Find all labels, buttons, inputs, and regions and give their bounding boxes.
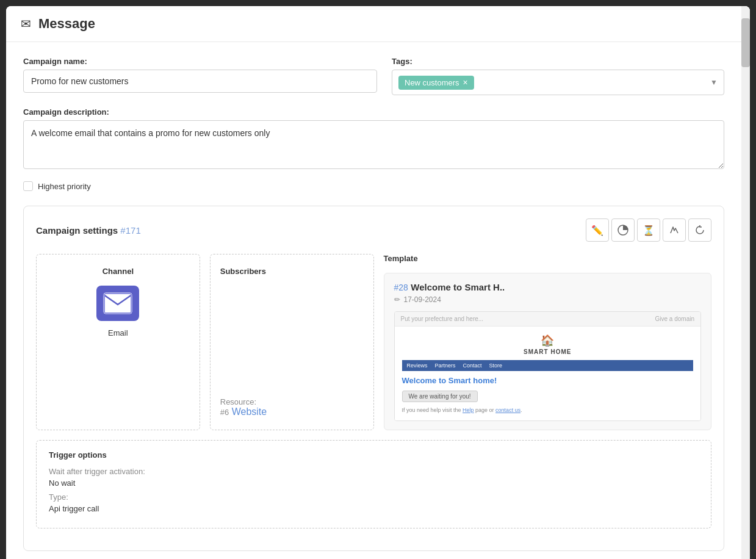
template-card[interactable]: #28 Welcome to Smart H.. ✏ 17-09-2024 Pu…	[384, 273, 712, 430]
channel-title: Channel	[103, 267, 134, 276]
campaign-name-group: Campaign name:	[23, 57, 377, 93]
highest-priority-label: Highest priority	[38, 182, 91, 191]
scrollbar[interactable]	[741, 6, 750, 559]
preview-contact-link[interactable]: contact us	[495, 407, 520, 413]
tags-label: Tags:	[392, 57, 724, 66]
edit-button[interactable]: ✏️	[586, 218, 609, 242]
template-date: 17-09-2024	[404, 295, 441, 304]
tags-dropdown-arrow[interactable]: ▼	[710, 78, 718, 87]
preview-brand: SMART HOME	[524, 348, 571, 355]
campaign-name-label: Campaign name:	[23, 57, 377, 66]
hourglass-button[interactable]: ⏳	[637, 218, 660, 242]
trigger-type-value: Api trigger call	[49, 504, 699, 513]
preview-help-link[interactable]: Help	[463, 407, 474, 413]
resource-website-link[interactable]: Website	[232, 406, 267, 417]
preview-nav-reviews: Reviews	[407, 362, 428, 369]
campaign-description-label: Campaign description:	[23, 107, 724, 117]
preview-nav-contact: Contact	[463, 362, 482, 369]
channel-panel: Channel Email	[36, 254, 200, 430]
template-panel: Template #28 Welcome to Smart H.. ✏ 17-0…	[384, 254, 712, 430]
preview-nav-store: Store	[489, 362, 503, 369]
trigger-wait-label: Wait after trigger activation:	[49, 467, 699, 476]
template-date-row: ✏ 17-09-2024	[394, 295, 702, 304]
tag-chip-close[interactable]: ×	[463, 78, 468, 87]
email-channel-icon	[103, 292, 132, 314]
settings-title: Campaign settings #171	[36, 225, 141, 236]
subscribers-title: Subscribers	[220, 267, 266, 276]
resource-label: Resource:	[220, 397, 267, 406]
trigger-wait-value: No wait	[49, 478, 699, 488]
highest-priority-checkbox[interactable]	[23, 181, 33, 191]
preview-nav: Reviews Partners Contact Store	[402, 360, 694, 371]
campaign-description-textarea[interactable]: A welcome email that contains a promo fo…	[23, 120, 724, 169]
settings-toolbar: ✏️ ⏳	[586, 218, 711, 242]
tags-group: Tags: New customers × ▼	[392, 57, 724, 95]
page-content: Campaign name: Tags: New customers × ▼ C…	[6, 42, 750, 559]
template-preview: Put your prefecture and here... Give a d…	[394, 311, 702, 421]
trigger-section: Trigger options Wait after trigger activ…	[36, 440, 711, 528]
svg-rect-1	[104, 293, 132, 314]
page-title: Message	[38, 16, 95, 32]
form-row-top: Campaign name: Tags: New customers × ▼	[23, 57, 724, 95]
template-name-row: #28 Welcome to Smart H..	[394, 282, 702, 293]
trigger-type-label: Type:	[49, 492, 699, 502]
pie-button[interactable]	[611, 218, 635, 242]
page-header: ✉ Message	[6, 6, 750, 42]
preview-header-bar: Put your prefecture and here... Give a d…	[395, 312, 701, 326]
trigger-title: Trigger options	[49, 450, 699, 460]
email-icon-wrapper	[96, 286, 139, 321]
preview-footer-text: If you need help visit the Help page or …	[402, 407, 694, 413]
campaign-name-input[interactable]	[23, 70, 377, 93]
settings-top-grid: Channel Email Subscribers	[36, 254, 711, 430]
tag-chip-new-customers: New customers ×	[398, 76, 474, 90]
scrollbar-thumb[interactable]	[741, 18, 750, 67]
preview-nav-partners: Partners	[435, 362, 456, 369]
template-number: #28	[394, 283, 408, 292]
tag-chip-label: New customers	[405, 78, 459, 87]
settings-title-id: #171	[120, 225, 140, 236]
preview-headline: Welcome to Smart home!	[402, 376, 694, 385]
preview-house-icon: 🏠	[541, 334, 554, 347]
edit-icon-small: ✏	[394, 295, 400, 304]
settings-bottom-grid: Trigger options Wait after trigger activ…	[36, 440, 711, 538]
highest-priority-row: Highest priority	[23, 181, 724, 191]
preview-logo-area: 🏠 SMART HOME	[402, 334, 694, 355]
tags-input-container[interactable]: New customers × ▼	[392, 70, 724, 95]
campaign-settings-card: Campaign settings #171 ✏️ ⏳	[23, 206, 724, 551]
history-button[interactable]	[688, 218, 711, 242]
resource-id: #6	[220, 408, 229, 417]
template-name: Welcome to Smart H..	[411, 282, 505, 292]
preview-placeholder-left: Put your prefecture and here...	[401, 316, 484, 322]
preview-body: 🏠 SMART HOME Reviews Partners Contact St…	[395, 326, 701, 420]
ab-test-button[interactable]	[663, 218, 686, 242]
subscribers-panel: Subscribers Resource: #6 Website	[210, 254, 374, 430]
channel-label: Email	[108, 328, 128, 337]
preview-cta-button: We are waiting for you!	[402, 391, 478, 402]
campaign-description-group: Campaign description: A welcome email th…	[23, 107, 724, 171]
resource-link-row: #6 Website	[220, 406, 267, 417]
main-window: ✉ Message Campaign name: Tags: New custo…	[6, 6, 750, 559]
preview-placeholder-right: Give a domain	[655, 316, 694, 322]
settings-header: Campaign settings #171 ✏️ ⏳	[36, 218, 711, 242]
message-icon: ✉	[21, 16, 31, 31]
template-title: Template	[384, 254, 418, 263]
